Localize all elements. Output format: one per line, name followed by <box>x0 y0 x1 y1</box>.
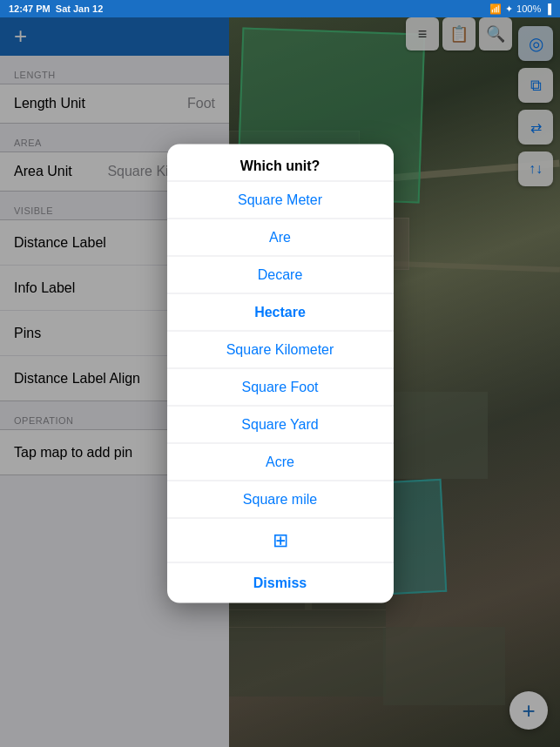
unit-decare[interactable]: Decare <box>167 257 394 294</box>
unit-square-mile[interactable]: Square mile <box>167 481 394 519</box>
battery-bar-icon: ▐ <box>544 3 551 14</box>
unit-selection-modal: Which unit? Square Meter Are Decare Hect… <box>167 145 394 603</box>
unit-square-kilometer[interactable]: Square Kilometer <box>167 332 394 369</box>
dismiss-button[interactable]: Dismiss <box>167 563 394 603</box>
battery-icon: 📶 <box>489 3 502 15</box>
modal-title: Which unit? <box>167 145 394 182</box>
unit-hectare[interactable]: Hectare <box>167 294 394 332</box>
unit-square-yard[interactable]: Square Yard <box>167 407 394 444</box>
unit-icon-item[interactable]: ⊞ <box>167 519 394 563</box>
unit-are[interactable]: Are <box>167 219 394 257</box>
unit-acre[interactable]: Acre <box>167 444 394 481</box>
wifi-icon: ✦ <box>505 3 513 15</box>
unit-square-meter[interactable]: Square Meter <box>167 182 394 219</box>
status-time-date: 12:47 PM Sat Jan 12 <box>9 3 103 14</box>
grid-icon: ⊞ <box>273 529 288 552</box>
status-indicators: 📶 ✦ 100% ▐ <box>489 3 551 15</box>
unit-square-foot[interactable]: Square Foot <box>167 369 394 407</box>
battery-percentage: 100% <box>516 3 541 14</box>
